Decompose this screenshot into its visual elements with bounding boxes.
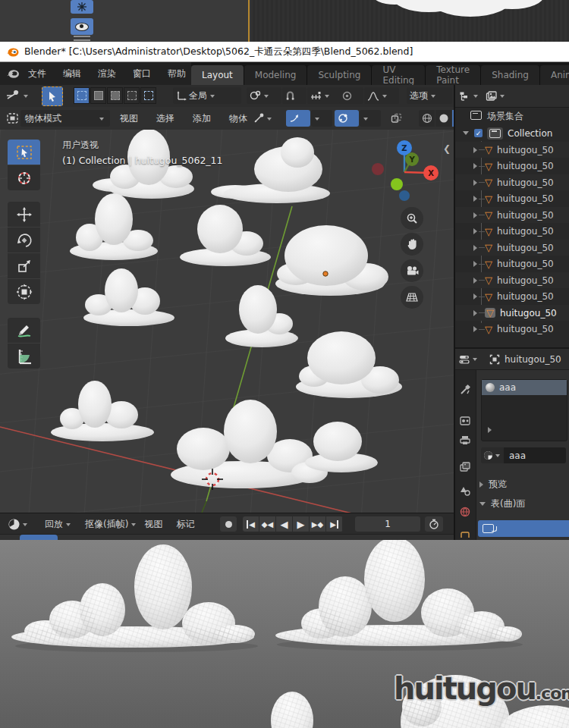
tab-output-icon[interactable]	[458, 433, 472, 447]
material-slot-list[interactable]: aaa	[481, 379, 567, 441]
outliner-item[interactable]: ▽huitugou_50	[455, 224, 569, 240]
tab-modeling[interactable]: Modeling	[244, 65, 308, 85]
outliner-item[interactable]: ▽huitugou_50	[455, 207, 569, 223]
pan-hand-button[interactable]	[401, 233, 423, 256]
material-slot-selected[interactable]: aaa	[482, 380, 567, 395]
tool-scale-button[interactable]	[8, 253, 40, 278]
visibility-dropdown[interactable]	[250, 110, 284, 127]
outliner-scene-collection[interactable]: 场景集合	[455, 108, 569, 124]
tab-sculpting[interactable]: Sculpting	[307, 65, 372, 85]
keying-menu[interactable]: 抠像(插帧)	[78, 518, 137, 531]
sidebar-collapse-arrow[interactable]: ❮	[443, 143, 451, 154]
jump-to-start-button[interactable]: ◀	[243, 516, 259, 532]
tool-cursor-button[interactable]	[8, 165, 40, 190]
outliner-item[interactable]: ▽huitugou_50	[455, 174, 569, 190]
viewport-menu-view[interactable]: 视图	[112, 112, 146, 125]
select-mode-new-icon[interactable]	[74, 87, 90, 104]
properties-editor-dropdown[interactable]	[458, 354, 479, 365]
outliner-editor-dropdown[interactable]	[459, 91, 479, 102]
proportional-falloff-dropdown[interactable]	[364, 87, 399, 104]
outliner-item[interactable]: ▽huitugou_50	[455, 289, 569, 305]
mode-dropdown[interactable]: 物体模式	[20, 110, 110, 127]
current-frame-field[interactable]: 1	[355, 516, 420, 532]
viewport-3d[interactable]: Z Y X 用户透视 (1) Collection | huitugou_506…	[0, 130, 454, 513]
menu-edit[interactable]: 编辑	[55, 62, 90, 85]
timeline-editor-dropdown[interactable]	[8, 518, 29, 531]
timeline-view-menu[interactable]: 视图	[137, 518, 169, 531]
select-mode-invert-icon[interactable]	[124, 87, 140, 104]
overlays-toggle[interactable]	[335, 110, 359, 127]
outliner-item[interactable]: ▽huitugou_50	[455, 256, 569, 272]
expand-arrow-icon[interactable]	[463, 131, 469, 135]
proportional-editing-toggle[interactable]	[339, 87, 363, 104]
outliner-item[interactable]: ▽huitugou_50	[455, 240, 569, 256]
menu-help[interactable]: 帮助	[159, 62, 194, 85]
active-tool-select-box[interactable]	[42, 86, 63, 106]
snap-toggle[interactable]	[282, 87, 307, 104]
material-browse-dropdown[interactable]	[481, 447, 504, 463]
outliner-collection[interactable]: ✓ Collection	[455, 125, 569, 141]
play-reverse-button[interactable]: ◀	[276, 516, 293, 532]
tab-render-icon[interactable]	[458, 414, 472, 428]
collection-checkbox[interactable]: ✓	[474, 129, 483, 137]
select-mode-subtract-icon[interactable]	[107, 87, 123, 104]
tab-world-icon[interactable]	[458, 505, 472, 519]
snowflake-icon[interactable]	[71, 0, 93, 14]
tool-select-box-button[interactable]	[8, 140, 40, 165]
outliner-item[interactable]: ▽huitugou_50	[455, 142, 569, 158]
tool-rotate-button[interactable]	[8, 228, 40, 253]
tool-transform-button[interactable]	[8, 279, 40, 304]
zoom-button[interactable]	[401, 207, 423, 230]
tab-scene-icon[interactable]	[458, 484, 472, 497]
gizmo-toggle[interactable]	[286, 110, 310, 127]
tab-tool-icon[interactable]	[458, 383, 472, 397]
outliner-item[interactable]: ▽huitugou_50	[455, 272, 569, 288]
overlays-dropdown[interactable]	[360, 110, 381, 127]
menu-file[interactable]: 文件	[20, 62, 55, 85]
outliner-item[interactable]: ▽huitugou_50	[455, 191, 569, 207]
select-mode-extend-icon[interactable]	[90, 87, 106, 104]
blender-app-icon[interactable]	[6, 68, 20, 79]
viewport-menu-add[interactable]: 添加	[184, 112, 219, 125]
menu-render[interactable]: 渲染	[90, 62, 124, 85]
transform-orientation-dropdown[interactable]: 全局	[173, 87, 241, 104]
prev-keyframe-button[interactable]: ◆◀	[259, 516, 276, 532]
tool-annotate-button[interactable]	[8, 318, 40, 343]
next-keyframe-button[interactable]: ▶◆	[310, 516, 326, 532]
tab-animation[interactable]: Anima	[540, 65, 569, 85]
outliner-item[interactable]: ▽huitugou_50	[455, 322, 569, 337]
xray-toggle[interactable]	[388, 110, 412, 127]
shading-solid-icon[interactable]	[435, 110, 451, 127]
outliner-item-selected[interactable]: ▽huitugou_50	[455, 305, 569, 321]
play-button[interactable]: ▶	[293, 516, 310, 532]
tab-uv-editing[interactable]: UV Editing	[372, 65, 426, 85]
viewport-editor-icon[interactable]	[6, 112, 19, 124]
timeline-marker-menu[interactable]: 标记	[169, 518, 201, 531]
jump-to-end-button[interactable]: ▶	[326, 516, 343, 532]
preview-panel-header[interactable]: 预览	[479, 478, 507, 491]
surface-panel-header[interactable]: 表(曲)面	[479, 497, 525, 510]
slot-list-expand-icon[interactable]	[488, 427, 492, 433]
snap-target-dropdown[interactable]	[307, 87, 344, 104]
tab-shading[interactable]: Shading	[481, 65, 540, 85]
material-name-value[interactable]: aaa	[504, 447, 566, 463]
shading-wireframe-icon[interactable]	[419, 110, 435, 127]
tab-layout[interactable]: Layout	[191, 65, 244, 85]
tool-move-button[interactable]	[8, 202, 40, 227]
tool-settings-editor-icon[interactable]	[6, 89, 21, 102]
tab-texture-paint[interactable]: Texture Paint	[426, 65, 481, 85]
outliner-display-mode-dropdown[interactable]	[486, 91, 506, 102]
pivot-point-dropdown[interactable]	[247, 87, 281, 104]
tool-measure-button[interactable]	[8, 344, 40, 369]
tab-view-layer-icon[interactable]	[458, 460, 472, 473]
playback-menu[interactable]: 回放	[38, 518, 72, 531]
options-dropdown[interactable]: 选项	[407, 87, 452, 104]
gizmo-dropdown[interactable]	[311, 110, 332, 127]
playback-sync-button[interactable]	[425, 516, 443, 532]
viewport-menu-select[interactable]: 选择	[148, 112, 183, 125]
material-name-field[interactable]: aaa	[481, 447, 566, 463]
menu-window[interactable]: 窗口	[124, 62, 159, 85]
eye-icon[interactable]	[71, 18, 93, 35]
outliner-item[interactable]: ▽huitugou_50	[455, 158, 569, 174]
select-mode-intersect-icon[interactable]	[140, 87, 156, 104]
